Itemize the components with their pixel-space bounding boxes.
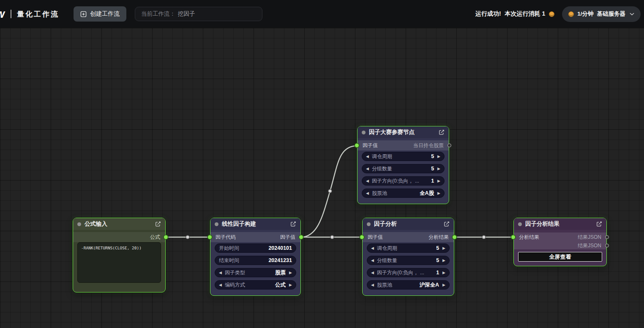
port-label: 分析结果	[428, 234, 449, 241]
widget-factor-type[interactable]: ◀ 因子类型 股票 ▶	[215, 268, 296, 277]
next-arrow-icon[interactable]: ▶	[437, 179, 440, 183]
node-header[interactable]: 公式输入	[73, 218, 165, 230]
widget-value: 5	[436, 257, 439, 263]
widget-label: 分组数量	[377, 257, 397, 264]
reroute-dot[interactable]	[330, 235, 334, 239]
edit-icon[interactable]	[596, 221, 602, 227]
node-header[interactable]: 因子分析结果	[514, 218, 606, 230]
widget-factor-direction[interactable]: ◀ 因子方向(0:负向， ... 1 ▶	[367, 268, 450, 277]
widget-value: 沪深全A	[420, 282, 439, 289]
next-arrow-icon[interactable]: ▶	[442, 259, 445, 262]
node-header[interactable]: 线性因子构建	[210, 218, 300, 230]
input-port[interactable]	[511, 235, 515, 239]
node-factor-analysis[interactable]: 因子分析 因子值 分析结果 ◀ 调仓周期 5 ▶ ◀ 分组数量 5 ▶ ◀ 因子…	[362, 218, 454, 296]
collapse-dot[interactable]	[367, 222, 371, 226]
widget-stock-pool[interactable]: ◀ 股票池 全A股 ▶	[362, 189, 445, 198]
widget-end-date[interactable]: 结束时间 20241231	[215, 256, 296, 265]
next-arrow-icon[interactable]: ▶	[437, 155, 440, 159]
fullscreen-view-button[interactable]: 全屏查看	[518, 252, 602, 262]
output-port[interactable]	[605, 235, 609, 239]
widget-label: 编码方式	[225, 282, 245, 289]
prev-arrow-icon[interactable]: ◀	[219, 283, 222, 287]
edit-icon[interactable]	[155, 221, 161, 227]
widget-label: 股票池	[377, 282, 392, 289]
run-cost-text: 本次运行消耗 1	[505, 10, 546, 18]
node-competition[interactable]: 因子大赛参赛节点 因子值 当日持仓股票 ◀ 调仓周期 5 ▶ ◀ 分组数量 5 …	[357, 126, 449, 204]
reroute-dot[interactable]	[328, 189, 332, 193]
prev-arrow-icon[interactable]: ◀	[366, 191, 369, 195]
prev-arrow-icon[interactable]: ◀	[366, 155, 369, 159]
node-title: 公式输入	[85, 220, 107, 228]
input-port[interactable]	[355, 144, 359, 148]
reroute-dot[interactable]	[482, 235, 486, 239]
workflow-canvas[interactable]: 公式输入 公式 -RANK(RETURNS(CLOSE, 20)) 线性因子构建…	[0, 28, 644, 328]
next-arrow-icon[interactable]: ▶	[437, 167, 440, 171]
widget-start-date[interactable]: 开始时间 20240101	[215, 243, 296, 253]
next-arrow-icon[interactable]: ▶	[289, 271, 292, 275]
port-row: 因子值 分析结果	[363, 232, 454, 242]
input-port[interactable]	[360, 235, 364, 239]
node-formula-input[interactable]: 公式输入 公式 -RANK(RETURNS(CLOSE, 20))	[73, 218, 166, 292]
edit-icon[interactable]	[439, 129, 445, 135]
widget-value: 20240101	[268, 245, 292, 251]
node-analysis-result[interactable]: 因子分析结果 分析结果 结果JSON 结果JSON 全屏查看	[513, 218, 607, 266]
server-name: 基础服务器	[597, 10, 626, 18]
prev-arrow-icon[interactable]: ◀	[366, 179, 369, 183]
port-row: 公式	[73, 232, 165, 242]
widget-group-count[interactable]: ◀ 分组数量 5 ▶	[367, 256, 450, 265]
current-workflow-input[interactable]: 当前工作流： 挖因子	[135, 7, 262, 21]
port-row: 因子代码 因子值	[210, 232, 300, 242]
coin-icon	[549, 11, 554, 17]
collapse-dot[interactable]	[518, 222, 522, 226]
create-workflow-label: 创建工作流	[90, 10, 120, 18]
node-linear-factor[interactable]: 线性因子构建 因子代码 因子值 开始时间 20240101 结束时间 20241…	[210, 218, 301, 296]
output-port[interactable]	[605, 244, 609, 248]
edit-icon[interactable]	[290, 221, 296, 227]
server-rate: 1/分钟	[577, 10, 593, 18]
widget-stock-pool[interactable]: ◀ 股票池 沪深全A ▶	[367, 280, 450, 290]
next-arrow-icon[interactable]: ▶	[442, 271, 445, 275]
next-arrow-icon[interactable]: ▶	[437, 191, 440, 195]
output-port[interactable]	[299, 235, 303, 239]
prev-arrow-icon[interactable]: ◀	[366, 167, 369, 171]
prev-arrow-icon[interactable]: ◀	[371, 283, 374, 287]
formula-textarea[interactable]: -RANK(RETURNS(CLOSE, 20))	[77, 242, 161, 283]
widget-label: 股票池	[372, 190, 387, 197]
port-label: 结果JSON	[578, 234, 601, 241]
node-header[interactable]: 因子大赛参赛节点	[357, 126, 449, 138]
server-selector[interactable]: 1/分钟 基础服务器	[562, 6, 641, 22]
prev-arrow-icon[interactable]: ◀	[219, 271, 222, 275]
widget-value: 全A股	[420, 190, 434, 197]
create-workflow-button[interactable]: 创建工作流	[74, 6, 126, 22]
workflow-input-value: 挖因子	[178, 10, 195, 18]
node-title: 因子分析	[374, 220, 397, 228]
workflow-input-label: 当前工作流：	[141, 10, 175, 18]
output-port[interactable]	[453, 235, 456, 239]
prev-arrow-icon[interactable]: ◀	[371, 246, 374, 250]
next-arrow-icon[interactable]: ▶	[442, 246, 445, 250]
output-port[interactable]	[448, 144, 451, 148]
prev-arrow-icon[interactable]: ◀	[371, 271, 374, 275]
widget-label: 分组数量	[372, 165, 392, 172]
widget-encoding-mode[interactable]: ◀ 编码方式 公式 ▶	[215, 280, 296, 290]
input-port[interactable]	[208, 235, 212, 239]
widget-rebalance-period[interactable]: ◀ 调仓周期 5 ▶	[362, 152, 445, 161]
node-header[interactable]: 因子分析	[363, 218, 454, 230]
collapse-dot[interactable]	[362, 131, 366, 134]
edit-icon[interactable]	[444, 221, 450, 227]
collapse-dot[interactable]	[77, 222, 81, 226]
widget-value: 5	[436, 245, 439, 251]
run-status-text: 运行成功!	[475, 10, 501, 18]
next-arrow-icon[interactable]: ▶	[442, 283, 445, 287]
widget-rebalance-period[interactable]: ◀ 调仓周期 5 ▶	[367, 243, 450, 253]
collapse-dot[interactable]	[215, 222, 218, 226]
widget-group-count[interactable]: ◀ 分组数量 5 ▶	[362, 164, 445, 173]
widget-factor-direction[interactable]: ◀ 因子方向(0:负向， ... 1 ▶	[362, 176, 445, 186]
output-port[interactable]	[164, 235, 168, 239]
widget-label: 调仓周期	[377, 245, 397, 252]
plus-box-icon	[80, 11, 87, 17]
next-arrow-icon[interactable]: ▶	[289, 283, 292, 287]
prev-arrow-icon[interactable]: ◀	[371, 259, 374, 262]
reroute-dot[interactable]	[186, 235, 189, 239]
port-label: 结果JSON	[578, 242, 601, 249]
